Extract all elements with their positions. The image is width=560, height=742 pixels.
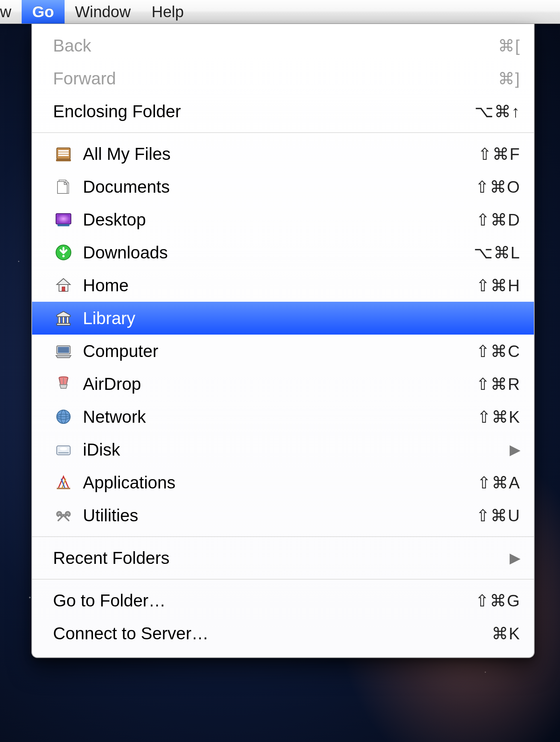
menu-separator <box>32 536 534 537</box>
menu-group-recent: Recent Folders ▶ <box>32 541 534 574</box>
menu-shortcut: ⇧⌘C <box>476 342 520 361</box>
menu-label: Back <box>53 35 498 56</box>
menu-shortcut: ⇧⌘H <box>476 276 520 295</box>
menu-separator <box>32 579 534 580</box>
menubar-label: Help <box>152 3 184 21</box>
menubar-item-window[interactable]: Window <box>65 0 141 24</box>
menu-item-go-to-folder[interactable]: Go to Folder… ⇧⌘G <box>32 584 534 617</box>
menu-shortcut: ⇧⌘G <box>475 591 520 610</box>
menu-item-connect-to-server[interactable]: Connect to Server… ⌘K <box>32 617 534 650</box>
menu-label: Documents <box>83 177 475 197</box>
menu-group-nav: Back ⌘[ Forward ⌘] Enclosing Folder ⌥⌘↑ <box>32 29 534 128</box>
menu-shortcut: ⌘] <box>498 69 520 88</box>
svg-rect-27 <box>57 488 70 489</box>
menu-item-applications[interactable]: Applications ⇧⌘A <box>32 466 534 499</box>
menu-separator <box>32 132 534 133</box>
menu-label: Computer <box>83 341 476 361</box>
menu-item-airdrop[interactable]: AirDrop ⇧⌘R <box>32 367 534 400</box>
menu-label: All My Files <box>83 144 478 164</box>
menu-item-computer[interactable]: Computer ⇧⌘C <box>32 335 534 367</box>
menu-label: iDisk <box>83 440 510 460</box>
menu-label: Forward <box>53 68 498 89</box>
menu-shortcut: ⇧⌘U <box>476 506 520 525</box>
menubar-item-go[interactable]: Go <box>22 0 64 24</box>
desktop-icon <box>53 209 74 230</box>
menu-shortcut: ⇧⌘O <box>475 177 520 196</box>
menu-label: Utilities <box>83 505 476 525</box>
menu-shortcut: ⌘[ <box>498 36 520 55</box>
library-icon <box>53 308 74 329</box>
documents-icon <box>53 176 74 197</box>
menu-item-documents[interactable]: Documents ⇧⌘O <box>32 170 534 203</box>
utilities-icon <box>53 505 74 526</box>
menu-label: Downloads <box>83 242 474 263</box>
menubar-item-prev[interactable]: w <box>0 0 22 24</box>
menu-label: Recent Folders <box>53 548 510 568</box>
menubar: w Go Window Help <box>0 0 560 24</box>
menu-item-recent-folders[interactable]: Recent Folders ▶ <box>32 541 534 574</box>
go-menu-dropdown: Back ⌘[ Forward ⌘] Enclosing Folder ⌥⌘↑ … <box>31 24 535 658</box>
menu-item-home[interactable]: Home ⇧⌘H <box>32 269 534 302</box>
menu-shortcut: ⇧⌘F <box>478 145 520 164</box>
menu-label: Network <box>83 407 477 427</box>
svg-rect-10 <box>62 287 65 291</box>
menu-group-connect: Go to Folder… ⇧⌘G Connect to Server… ⌘K <box>32 584 534 650</box>
svg-rect-1 <box>58 150 69 152</box>
svg-rect-12 <box>62 317 65 323</box>
menu-label: Home <box>83 275 476 295</box>
menu-label: Applications <box>83 472 477 493</box>
menubar-label: Go <box>32 3 54 21</box>
menu-shortcut: ⌥⌘L <box>474 243 520 262</box>
svg-rect-14 <box>57 323 70 325</box>
menu-item-desktop[interactable]: Desktop ⇧⌘D <box>32 203 534 236</box>
network-icon <box>53 406 74 427</box>
menu-group-places: All My Files ⇧⌘F Documents ⇧⌘O Desktop ⇧… <box>32 137 534 532</box>
menu-shortcut: ⇧⌘K <box>477 407 520 426</box>
svg-rect-7 <box>57 224 69 226</box>
menu-item-network[interactable]: Network ⇧⌘K <box>32 400 534 433</box>
menu-item-downloads[interactable]: Downloads ⌥⌘L <box>32 236 534 269</box>
svg-point-9 <box>62 255 65 257</box>
svg-rect-3 <box>58 155 69 156</box>
home-icon <box>53 275 74 296</box>
menu-label: Desktop <box>83 209 476 230</box>
menu-shortcut: ⌘K <box>492 624 520 643</box>
menu-item-forward: Forward ⌘] <box>32 62 534 95</box>
svg-rect-11 <box>58 317 60 323</box>
svg-rect-2 <box>58 152 69 154</box>
menu-label: AirDrop <box>83 374 476 394</box>
svg-rect-13 <box>66 317 69 323</box>
menubar-label: w <box>0 3 11 21</box>
svg-rect-4 <box>56 159 71 161</box>
menu-label: Connect to Server… <box>53 623 492 643</box>
svg-rect-6 <box>57 214 70 223</box>
menu-item-all-my-files[interactable]: All My Files ⇧⌘F <box>32 137 534 170</box>
submenu-arrow-icon: ▶ <box>510 550 520 566</box>
menu-item-back: Back ⌘[ <box>32 29 534 62</box>
airdrop-icon <box>53 373 74 394</box>
svg-rect-16 <box>58 347 69 353</box>
menu-item-library[interactable]: Library <box>32 302 534 335</box>
menu-label: Library <box>83 308 520 328</box>
submenu-arrow-icon: ▶ <box>510 441 520 458</box>
menu-item-idisk[interactable]: iDisk ▶ <box>32 433 534 466</box>
menu-shortcut: ⌥⌘↑ <box>475 102 520 121</box>
idisk-icon <box>53 439 74 460</box>
menu-item-utilities[interactable]: Utilities ⇧⌘U <box>32 499 534 532</box>
menu-label: Enclosing Folder <box>53 101 475 121</box>
menu-shortcut: ⇧⌘D <box>476 210 520 229</box>
menu-shortcut: ⇧⌘R <box>476 375 520 394</box>
menu-shortcut: ⇧⌘A <box>477 473 520 492</box>
menubar-item-help[interactable]: Help <box>141 0 194 24</box>
computer-icon <box>53 341 74 361</box>
all-my-files-icon <box>53 143 74 164</box>
menubar-label: Window <box>75 3 131 21</box>
downloads-icon <box>53 242 74 263</box>
applications-icon <box>53 472 74 493</box>
svg-rect-26 <box>58 452 69 453</box>
svg-point-25 <box>60 447 67 450</box>
menu-item-enclosing-folder[interactable]: Enclosing Folder ⌥⌘↑ <box>32 95 534 128</box>
menu-label: Go to Folder… <box>53 590 475 611</box>
